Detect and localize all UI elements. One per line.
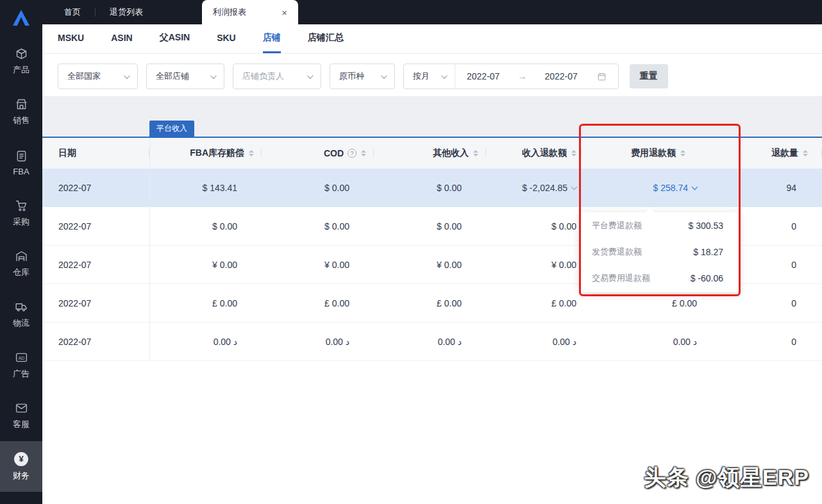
sort-icon[interactable] [473, 150, 478, 156]
nav-home[interactable]: 首页 [64, 6, 81, 18]
cell-refund-qty: 0 [742, 246, 822, 283]
store-manager-placeholder: 店铺负责人 [242, 71, 284, 82]
table-header-row: 日期 FBA库存赔偿 COD ? 其他收入 收入退款额 费用退款额 [42, 138, 822, 169]
date-from[interactable]: 2022-07 [467, 71, 499, 81]
chevron-down-icon[interactable] [692, 183, 698, 190]
column-header-fee-refund: 费用退款额 [582, 138, 742, 169]
watermark-text: 头条 @领星ERP [644, 463, 809, 492]
country-select-value: 全部国家 [67, 71, 101, 82]
sidebar-item-label: 产品 [13, 64, 29, 76]
store-select[interactable]: 全部店铺 [146, 63, 224, 89]
cell-cod: $ 0.00 [262, 169, 374, 206]
date-range-control: 按月 2022-07 → 2022-07 [403, 63, 619, 89]
app-window: 产品 销售 FBA 采购 仓库 物流 AD [0, 0, 822, 504]
tab-store-summary[interactable]: 店铺汇总 [308, 24, 344, 53]
nav-return-list[interactable]: 退货列表 [110, 6, 143, 18]
sort-icon[interactable] [803, 150, 808, 156]
sidebar-item-sales[interactable]: 销售 [0, 87, 42, 137]
report-subtabs: MSKU ASIN 父ASIN SKU 店铺 店铺汇总 [42, 24, 822, 54]
popup-row-label: 发货费退款额 [592, 246, 642, 258]
sidebar-item-logistics[interactable]: 物流 [0, 289, 42, 340]
popup-row: 交易费用退款额 $ -60.06 [580, 265, 739, 291]
cell-income-refund: ¥ 0.00 [486, 246, 582, 283]
popup-row-value: $ 300.53 [689, 221, 724, 231]
column-header-cod: COD ? [262, 138, 374, 169]
cell-fba-compensation: ¥ 0.00 [149, 246, 262, 283]
sort-icon[interactable] [249, 150, 254, 156]
cell-other-income: ¥ 0.00 [374, 246, 486, 283]
cell-income-refund: د 0.00 [486, 323, 582, 360]
sidebar-item-warehouse[interactable]: 仓库 [0, 239, 42, 289]
logistics-icon [15, 300, 28, 314]
column-group-badge: 平台收入 [149, 121, 194, 137]
sidebar-item-finance[interactable]: ¥ 财务 [0, 441, 42, 492]
tab-label: 利润报表 [213, 6, 246, 18]
chevron-down-icon [124, 72, 130, 79]
sidebar-nav: 产品 销售 FBA 采购 仓库 物流 AD [0, 36, 42, 492]
cell-fba-compensation: $ 143.41 [149, 169, 262, 206]
chevron-down-icon [210, 72, 217, 79]
cell-refund-qty: 0 [742, 207, 822, 245]
fee-refund-expand-link[interactable]: $ 258.74 [653, 183, 698, 193]
column-header-refund-qty: 退款量 [742, 138, 822, 169]
store-select-value: 全部店铺 [156, 71, 189, 82]
cell-date: 2022-07 [42, 207, 149, 245]
sidebar-item-purchase[interactable]: 采购 [0, 188, 42, 239]
tab-parent-asin[interactable]: 父ASIN [160, 24, 190, 53]
svg-text:AD: AD [18, 356, 24, 360]
period-select[interactable]: 按月 [404, 64, 455, 88]
date-range-picker[interactable]: 2022-07 → 2022-07 [455, 71, 618, 81]
sort-icon[interactable] [571, 150, 576, 156]
table-row[interactable]: 2022-07 د 0.00 د 0.00 د 0.00 د 0.00 د 0.… [42, 323, 822, 361]
warehouse-icon [15, 249, 28, 263]
nav-separator [95, 8, 96, 17]
chevron-down-icon [381, 72, 387, 79]
tab-asin[interactable]: ASIN [111, 24, 132, 53]
cell-other-income: د 0.00 [374, 323, 486, 360]
cell-cod: $ 0.00 [262, 207, 374, 245]
sidebar-item-fba[interactable]: FBA [0, 137, 42, 188]
store-manager-select[interactable]: 店铺负责人 [233, 63, 321, 89]
sidebar-item-label: FBA [13, 167, 29, 176]
column-header-other-income: 其他收入 [374, 138, 486, 169]
table-row[interactable]: 2022-07 $ 143.41 $ 0.00 $ 0.00 $ -2,024.… [42, 169, 822, 207]
reset-button[interactable]: 重置 [630, 64, 668, 88]
popup-row-value: $ 18.27 [693, 247, 723, 257]
cell-income-refund[interactable]: $ -2,024.85 [486, 169, 582, 206]
chevron-down-icon[interactable] [571, 183, 578, 190]
tab-profit-report[interactable]: 利润报表 × [202, 0, 298, 24]
date-to[interactable]: 2022-07 [544, 71, 577, 81]
sort-icon[interactable] [361, 150, 366, 156]
sidebar-item-service[interactable]: 客服 [0, 391, 42, 441]
popup-row: 平台费退款额 $ 300.53 [580, 212, 739, 239]
chevron-down-icon [441, 72, 448, 79]
cell-fee-refund[interactable]: $ 258.74 [582, 169, 742, 206]
cell-fba-compensation: $ 0.00 [149, 207, 262, 245]
table-toolbar-area: 平台收入 [42, 96, 822, 137]
app-logo[interactable] [0, 0, 42, 36]
period-select-value: 按月 [413, 71, 430, 82]
popup-row-label: 平台费退款额 [592, 220, 642, 231]
chevron-down-icon [307, 72, 314, 79]
sidebar-item-label: 广告 [13, 368, 29, 380]
filter-bar: 全部国家 全部店铺 店铺负责人 原币种 按月 2022-07 → 2022-07 [42, 54, 822, 96]
range-arrow-icon: → [517, 71, 526, 81]
country-select[interactable]: 全部国家 [58, 63, 138, 89]
currency-select[interactable]: 原币种 [330, 63, 395, 89]
cell-cod: د 0.00 [262, 323, 374, 360]
help-icon[interactable]: ? [348, 149, 356, 158]
sort-icon[interactable] [680, 150, 685, 156]
close-icon[interactable]: × [281, 8, 287, 17]
cell-cod: £ 0.00 [262, 284, 374, 322]
purchase-icon [15, 199, 28, 212]
service-mail-icon [15, 401, 28, 415]
cell-income-refund: $ 0.00 [486, 207, 582, 245]
tab-sku[interactable]: SKU [217, 24, 236, 53]
sidebar-item-products[interactable]: 产品 [0, 36, 42, 87]
tab-store[interactable]: 店铺 [263, 24, 281, 53]
cell-other-income: $ 0.00 [374, 207, 486, 245]
tab-msku[interactable]: MSKU [58, 24, 84, 53]
sidebar-item-ads[interactable]: AD 广告 [0, 340, 42, 391]
cell-fba-compensation: £ 0.00 [149, 284, 262, 322]
cell-refund-qty: 0 [742, 323, 822, 360]
